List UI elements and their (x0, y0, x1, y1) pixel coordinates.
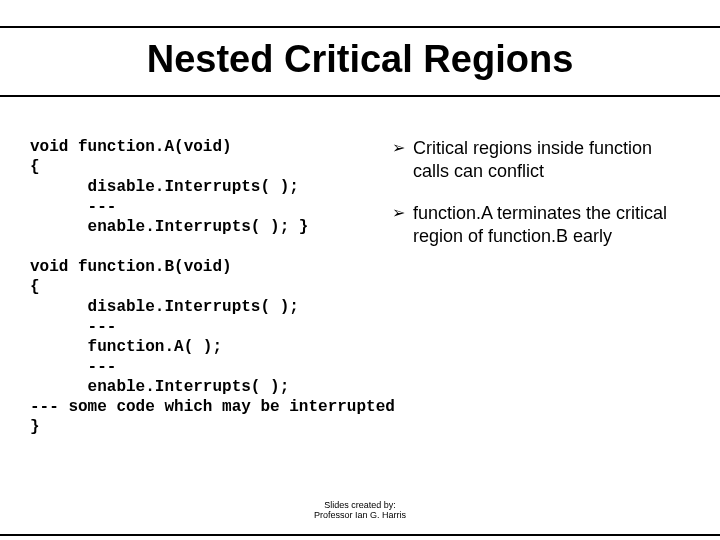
code-line: void function.B(void) (30, 258, 232, 276)
triangle-bullet-icon: ➢ (392, 137, 405, 159)
code-line: { (30, 278, 40, 296)
code-line: { (30, 158, 40, 176)
slide-title: Nested Critical Regions (0, 38, 720, 81)
code-line: --- some code which may be interrupted (30, 398, 395, 416)
bullet-text: Critical regions inside function calls c… (413, 137, 692, 184)
credit-line: Slides created by: (0, 500, 720, 510)
credit-line: Professor Ian G. Harris (0, 510, 720, 520)
code-line: --- (30, 198, 116, 216)
code-line: function.A( ); (30, 338, 222, 356)
credit: Slides created by: Professor Ian G. Harr… (0, 500, 720, 536)
code-line: enable.Interrupts( ); } (30, 218, 308, 236)
slide: Nested Critical Regions void function.A(… (0, 0, 720, 540)
slide-body: void function.A(void) { disable.Interrup… (0, 97, 720, 500)
triangle-bullet-icon: ➢ (392, 202, 405, 224)
title-band: Nested Critical Regions (0, 26, 720, 97)
bullet-text: function.A terminates the critical regio… (413, 202, 692, 249)
bullet-item: ➢ Critical regions inside function calls… (392, 137, 692, 184)
code-line: --- (30, 358, 116, 376)
bullet-item: ➢ function.A terminates the critical reg… (392, 202, 692, 249)
code-line: void function.A(void) (30, 138, 232, 156)
bullet-list: ➢ Critical regions inside function calls… (392, 137, 692, 267)
code-line: disable.Interrupts( ); (30, 298, 299, 316)
code-line: disable.Interrupts( ); (30, 178, 299, 196)
code-line: --- (30, 318, 116, 336)
code-line: enable.Interrupts( ); (30, 378, 289, 396)
code-line: } (30, 418, 40, 436)
